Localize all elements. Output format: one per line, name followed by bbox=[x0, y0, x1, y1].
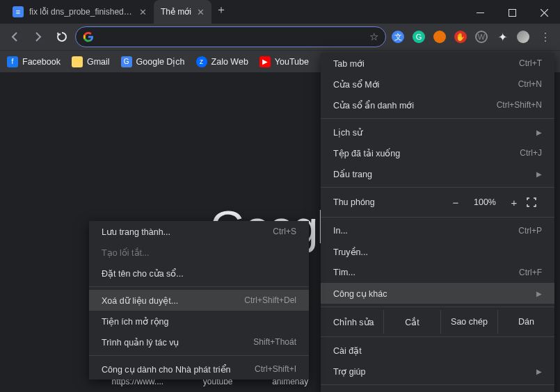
reload-button[interactable] bbox=[51, 26, 72, 47]
bookmark-zalo[interactable]: zZalo Web bbox=[196, 56, 248, 67]
bookmark-label: Facebook bbox=[22, 57, 61, 67]
close-icon[interactable]: ✕ bbox=[197, 7, 205, 17]
ext-orange[interactable] bbox=[431, 28, 449, 46]
sub-name-window[interactable]: Đặt tên cho cửa sổ... bbox=[89, 263, 309, 284]
address-bar[interactable]: ☆ bbox=[75, 26, 386, 47]
copy-button[interactable]: Sao chép bbox=[440, 310, 497, 334]
chevron-right-icon: ▶ bbox=[536, 129, 542, 136]
profile-avatar[interactable] bbox=[514, 28, 532, 46]
ext-grammarly[interactable]: G bbox=[410, 28, 428, 46]
toolbar: ☆ 文 G ✋ W ✦ ⋮ bbox=[0, 24, 560, 50]
svg-rect-0 bbox=[477, 13, 484, 13]
extensions-puzzle-icon[interactable]: ✦ bbox=[493, 28, 511, 46]
docs-icon: ≡ bbox=[13, 6, 24, 17]
tab-strip: ≡ fix lỗi dns_probe_finished_nxdom ✕ Thẻ… bbox=[0, 0, 464, 24]
menu-incognito[interactable]: Cửa sổ ẩn danh mớiCtrl+Shift+N bbox=[321, 95, 554, 115]
menu-zoom-row: Thu phóng − 100% + bbox=[321, 190, 554, 214]
ext-translate[interactable]: 文 bbox=[389, 28, 407, 46]
menu-downloads[interactable]: Tệp đã tải xuốngCtrl+J bbox=[321, 142, 554, 163]
edit-label: Chỉnh sửa bbox=[321, 317, 383, 327]
bookmark-label: Google Dịch bbox=[136, 56, 185, 67]
tab-1[interactable]: Thẻ mới ✕ bbox=[154, 0, 211, 24]
bookmark-youtube[interactable]: ▶YouTube bbox=[259, 56, 309, 67]
back-button[interactable] bbox=[4, 26, 25, 47]
menu-edit-row: Chỉnh sửa Cắt Sao chép Dán bbox=[321, 310, 554, 334]
bookmark-star-icon[interactable]: ☆ bbox=[369, 31, 378, 43]
paste-button[interactable]: Dán bbox=[497, 310, 554, 334]
more-tools-submenu: Lưu trang thành...Ctrl+S Tạo lối tắt... … bbox=[89, 221, 309, 379]
zoom-label: Thu phóng bbox=[333, 197, 443, 207]
window-controls bbox=[464, 1, 560, 24]
chrome-menu-button[interactable]: ⋮ bbox=[535, 26, 556, 47]
menu-find[interactable]: Tìm...Ctrl+F bbox=[321, 262, 554, 283]
titlebar: ≡ fix lỗi dns_probe_finished_nxdom ✕ Thẻ… bbox=[0, 0, 560, 24]
zoom-value: 100% bbox=[468, 197, 502, 207]
ext-adblock[interactable]: ✋ bbox=[451, 28, 470, 46]
menu-bookmarks[interactable]: Dấu trang▶ bbox=[321, 163, 554, 184]
chevron-right-icon: ▶ bbox=[536, 368, 542, 375]
menu-exit[interactable]: Thoát bbox=[321, 388, 554, 392]
menu-help[interactable]: Trợ giúp▶ bbox=[321, 361, 554, 382]
sub-save-as[interactable]: Lưu trang thành...Ctrl+S bbox=[89, 221, 309, 242]
bookmark-google-dich[interactable]: GGoogle Dịch bbox=[121, 56, 185, 67]
forward-button[interactable] bbox=[28, 26, 49, 47]
menu-print[interactable]: In...Ctrl+P bbox=[321, 220, 554, 241]
chevron-right-icon: ▶ bbox=[536, 170, 542, 178]
svg-rect-1 bbox=[509, 9, 515, 16]
bookmark-gmail[interactable]: Gmail bbox=[72, 56, 110, 67]
menu-settings[interactable]: Cài đặt bbox=[321, 340, 554, 361]
close-window-button[interactable] bbox=[528, 1, 560, 24]
chevron-right-icon: ▶ bbox=[536, 290, 542, 297]
sub-clear-data[interactable]: Xoá dữ liệu duyệt...Ctrl+Shift+Del bbox=[89, 290, 309, 311]
google-icon bbox=[83, 31, 94, 42]
sub-task-manager[interactable]: Trình quản lý tác vụShift+Thoát bbox=[89, 332, 309, 352]
menu-history[interactable]: Lịch sử▶ bbox=[321, 122, 554, 142]
menu-new-window[interactable]: Cửa sổ MớiCtrl+N bbox=[321, 74, 554, 95]
menu-new-tab[interactable]: Tab mớiCtrl+T bbox=[321, 53, 554, 74]
sub-dev-tools[interactable]: Công cụ dành cho Nhà phát triểnCtrl+Shif… bbox=[89, 359, 309, 379]
ext-ring[interactable]: W bbox=[472, 28, 490, 46]
omnibox-input[interactable] bbox=[99, 32, 364, 42]
menu-cast[interactable]: Truyền... bbox=[321, 241, 554, 262]
fullscreen-button[interactable] bbox=[527, 197, 547, 207]
zoom-in-button[interactable]: + bbox=[502, 197, 527, 209]
bookmark-facebook[interactable]: fFacebook bbox=[7, 56, 61, 67]
chrome-main-menu: Tab mớiCtrl+T Cửa sổ MớiCtrl+N Cửa sổ ẩn… bbox=[321, 53, 554, 392]
bookmark-label: YouTube bbox=[275, 57, 309, 67]
tab-title: fix lỗi dns_probe_finished_nxdom bbox=[29, 7, 134, 17]
bookmark-label: Zalo Web bbox=[211, 57, 248, 67]
tab-0[interactable]: ≡ fix lỗi dns_probe_finished_nxdom ✕ bbox=[6, 0, 154, 24]
tab-title: Thẻ mới bbox=[161, 7, 191, 17]
sub-extensions[interactable]: Tiện ích mở rộng bbox=[89, 311, 309, 332]
maximize-button[interactable] bbox=[496, 1, 528, 24]
new-tab-button[interactable]: ＋ bbox=[211, 0, 231, 19]
cut-button[interactable]: Cắt bbox=[383, 310, 440, 334]
bookmark-label: Gmail bbox=[87, 57, 110, 67]
sub-create-shortcut: Tạo lối tắt... bbox=[89, 242, 309, 263]
close-icon[interactable]: ✕ bbox=[139, 7, 147, 17]
menu-more-tools[interactable]: Công cụ khác▶ bbox=[321, 283, 554, 304]
zoom-out-button[interactable]: − bbox=[443, 197, 468, 209]
minimize-button[interactable] bbox=[464, 1, 496, 24]
